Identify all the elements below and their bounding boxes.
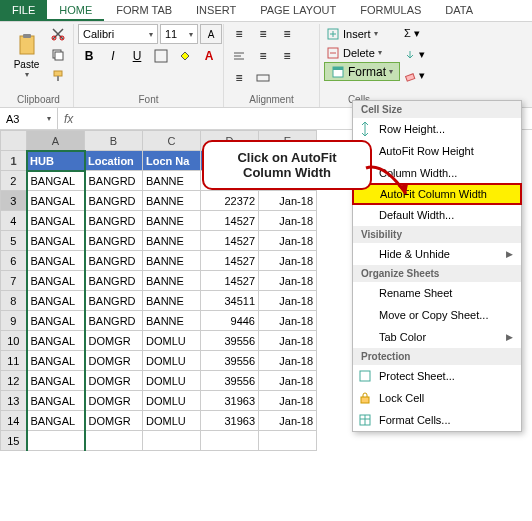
column-header-C[interactable]: C [143, 131, 201, 151]
tab-data[interactable]: DATA [433, 0, 485, 21]
paste-button[interactable]: Paste ▾ [8, 24, 45, 88]
row-header[interactable]: 5 [1, 231, 27, 251]
cell[interactable]: BANNE [143, 191, 201, 211]
font-name-select[interactable]: Calibri▾ [78, 24, 158, 44]
cell[interactable] [143, 431, 201, 451]
cell[interactable]: BANGAL [27, 271, 85, 291]
header-cell[interactable]: Location [85, 151, 143, 171]
row-header[interactable]: 2 [1, 171, 27, 191]
cell[interactable]: BANGRD [85, 251, 143, 271]
fill-color-button[interactable] [174, 46, 196, 66]
cell[interactable] [259, 431, 317, 451]
cell[interactable]: DOMLU [143, 351, 201, 371]
merge-button[interactable] [252, 68, 274, 88]
cell[interactable]: BANGAL [27, 331, 85, 351]
column-header-B[interactable]: B [85, 131, 143, 151]
row-header[interactable]: 7 [1, 271, 27, 291]
format-cells-button[interactable]: Format▾ [324, 62, 400, 81]
cell[interactable]: BANGAL [27, 191, 85, 211]
cell[interactable]: BANGRD [85, 271, 143, 291]
wrap-text-button[interactable] [228, 46, 250, 66]
format-painter-button[interactable] [47, 66, 69, 86]
cell[interactable]: Jan-18 [259, 191, 317, 211]
cell[interactable]: BANNE [143, 231, 201, 251]
cell[interactable]: 34511 [201, 291, 259, 311]
row-header[interactable]: 6 [1, 251, 27, 271]
cell[interactable]: BANNE [143, 251, 201, 271]
increase-font-button[interactable]: A [200, 24, 222, 44]
cell[interactable]: BANGAL [27, 231, 85, 251]
cell[interactable] [85, 431, 143, 451]
cell[interactable]: BANGAL [27, 211, 85, 231]
cell[interactable]: 39556 [201, 371, 259, 391]
cell[interactable]: BANGAL [27, 351, 85, 371]
border-button[interactable] [150, 46, 172, 66]
autosum-button[interactable]: Σ ▾ [402, 24, 422, 43]
cell[interactable]: 22372 [201, 191, 259, 211]
underline-button[interactable]: U [126, 46, 148, 66]
column-header-A[interactable]: A [27, 131, 85, 151]
row-header[interactable]: 14 [1, 411, 27, 431]
row-header[interactable]: 15 [1, 431, 27, 451]
align-middle-button[interactable]: ≡ [252, 24, 274, 44]
font-size-select[interactable]: 11▾ [160, 24, 198, 44]
row-header[interactable]: 9 [1, 311, 27, 331]
select-all-corner[interactable] [1, 131, 27, 151]
header-cell[interactable]: Locn Na [143, 151, 201, 171]
cell[interactable]: BANNE [143, 211, 201, 231]
italic-button[interactable]: I [102, 46, 124, 66]
cell[interactable]: BANGAL [27, 311, 85, 331]
cell[interactable]: Jan-18 [259, 251, 317, 271]
align-top-button[interactable]: ≡ [228, 24, 250, 44]
cell[interactable]: BANGAL [27, 371, 85, 391]
cell[interactable]: BANGRD [85, 311, 143, 331]
delete-cells-button[interactable]: Delete▾ [324, 43, 384, 62]
cell[interactable]: DOMGR [85, 331, 143, 351]
row-header[interactable]: 3 [1, 191, 27, 211]
cell[interactable]: BANGAL [27, 251, 85, 271]
bold-button[interactable]: B [78, 46, 100, 66]
cell[interactable]: Jan-18 [259, 331, 317, 351]
align-right-button[interactable]: ≡ [228, 68, 250, 88]
cell[interactable]: Jan-18 [259, 271, 317, 291]
tab-formulas[interactable]: FORMULAS [348, 0, 433, 21]
clear-button[interactable]: ▾ [402, 66, 427, 85]
insert-cells-button[interactable]: Insert▾ [324, 24, 380, 43]
align-left-button[interactable]: ≡ [252, 46, 274, 66]
row-header[interactable]: 1 [1, 151, 27, 171]
cell[interactable]: BANGAL [27, 291, 85, 311]
copy-button[interactable] [47, 45, 69, 65]
menu-default-width[interactable]: Default Width... [353, 204, 521, 226]
cell[interactable]: BANGRD [85, 231, 143, 251]
row-header[interactable]: 12 [1, 371, 27, 391]
menu-rename-sheet[interactable]: Rename Sheet [353, 282, 521, 304]
cell[interactable]: 14527 [201, 251, 259, 271]
name-box[interactable]: A3▾ [0, 108, 58, 129]
menu-format-cells[interactable]: Format Cells... [353, 409, 521, 431]
row-header[interactable]: 8 [1, 291, 27, 311]
tab-pagelayout[interactable]: PAGE LAYOUT [248, 0, 348, 21]
cell[interactable]: Jan-18 [259, 231, 317, 251]
cell[interactable]: Jan-18 [259, 391, 317, 411]
cell[interactable]: DOMGR [85, 391, 143, 411]
cell[interactable]: 31963 [201, 411, 259, 431]
cell[interactable]: DOMLU [143, 411, 201, 431]
menu-move-copy-sheet[interactable]: Move or Copy Sheet... [353, 304, 521, 326]
align-center-button[interactable]: ≡ [276, 46, 298, 66]
menu-protect-sheet[interactable]: Protect Sheet... [353, 365, 521, 387]
cell[interactable]: BANGRD [85, 211, 143, 231]
fx-icon[interactable]: fx [58, 112, 79, 126]
cell[interactable]: Jan-18 [259, 311, 317, 331]
cell[interactable]: DOMLU [143, 391, 201, 411]
cell[interactable]: BANNE [143, 311, 201, 331]
cell[interactable]: Jan-18 [259, 211, 317, 231]
cell[interactable]: BANGRD [85, 291, 143, 311]
cell[interactable]: 9446 [201, 311, 259, 331]
cell[interactable]: BANGAL [27, 391, 85, 411]
header-cell[interactable]: HUB [27, 151, 85, 171]
cell[interactable]: DOMGR [85, 411, 143, 431]
cell[interactable]: BANGRD [85, 191, 143, 211]
row-header[interactable]: 4 [1, 211, 27, 231]
cell[interactable]: Jan-18 [259, 351, 317, 371]
tab-file[interactable]: FILE [0, 0, 47, 21]
